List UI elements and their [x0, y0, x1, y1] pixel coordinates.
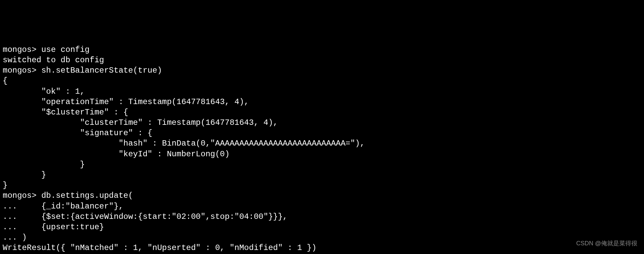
terminal-line: "$clusterTime" : {	[3, 107, 641, 117]
terminal-line: switched to db config	[3, 55, 641, 65]
terminal-line: "ok" : 1,	[3, 86, 641, 97]
terminal-line: WriteResult({ "nMatched" : 1, "nUpserted…	[3, 243, 641, 253]
terminal-output[interactable]: mongos> use configswitched to db configm…	[3, 45, 641, 253]
terminal-line: }	[3, 159, 641, 170]
terminal-line: "signature" : {	[3, 128, 641, 138]
terminal-line: "operationTime" : Timestamp(1647781643, …	[3, 97, 641, 107]
terminal-line: "clusterTime" : Timestamp(1647781643, 4)…	[3, 117, 641, 128]
terminal-line: ... )	[3, 232, 641, 243]
terminal-line: ... {$set:{activeWindow:{start:"02:00",s…	[3, 211, 641, 222]
terminal-line: ... {_id:"balancer"},	[3, 201, 641, 211]
terminal-line: mongos> db.settings.update(	[3, 190, 641, 201]
terminal-line: "hash" : BinData(0,"AAAAAAAAAAAAAAAAAAAA…	[3, 138, 641, 149]
terminal-line: ... {upsert:true}	[3, 222, 641, 232]
terminal-line: }	[3, 170, 641, 180]
watermark-text: CSDN @俺就是菜得很	[576, 240, 637, 247]
terminal-line: mongos> sh.setBalancerState(true)	[3, 65, 641, 76]
terminal-line: "keyId" : NumberLong(0)	[3, 149, 641, 159]
terminal-line: mongos> use config	[3, 45, 641, 55]
terminal-line: {	[3, 76, 641, 86]
terminal-line: }	[3, 180, 641, 190]
